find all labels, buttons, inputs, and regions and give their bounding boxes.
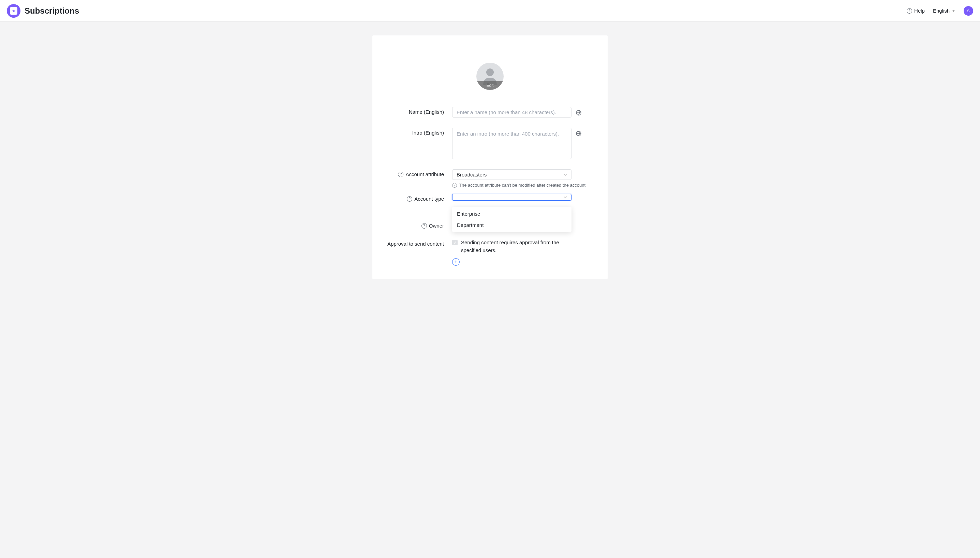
chevron-down-icon <box>564 196 567 198</box>
approval-checkbox-label: Sending content requires approval from t… <box>461 239 573 254</box>
caret-down-icon: ▼ <box>952 9 955 13</box>
avatar-edit-label: Edit <box>487 83 494 88</box>
owner-label: Owner <box>429 223 444 228</box>
account-attribute-row: ? Account attribute Broadcasters i The a… <box>386 169 594 188</box>
avatar-letter: S <box>967 9 969 13</box>
header: ★ Subscriptions ? Help English ▼ S <box>0 0 980 22</box>
account-type-dropdown: Enterprise Department <box>452 207 572 232</box>
account-attribute-helper: i The account attribute can't be modifie… <box>452 182 594 188</box>
help-icon[interactable]: ? <box>398 172 404 177</box>
user-avatar[interactable]: S <box>964 6 973 16</box>
app-logo: ★ <box>7 4 20 18</box>
globe-icon[interactable] <box>576 110 582 116</box>
intro-row: Intro (English) <box>386 128 594 159</box>
account-attribute-input-col: Broadcasters i The account attribute can… <box>452 169 594 188</box>
logo-inner: ★ <box>10 7 17 15</box>
approval-row: Approval to send content ✓ Sending conte… <box>386 239 594 266</box>
approval-input-col: ✓ Sending content requires approval from… <box>452 239 594 266</box>
language-label: English <box>933 8 950 14</box>
page-title: Subscriptions <box>25 6 79 16</box>
account-type-select[interactable] <box>452 194 572 201</box>
helper-text: The account attribute can't be modified … <box>459 182 585 188</box>
check-icon: ✓ <box>453 241 456 245</box>
owner-label-col: ? Owner <box>386 221 444 228</box>
intro-textarea[interactable] <box>452 128 572 159</box>
account-attribute-select[interactable]: Broadcasters <box>452 169 572 180</box>
info-icon: i <box>452 183 457 188</box>
add-approver-button[interactable]: + <box>452 258 460 266</box>
language-selector[interactable]: English ▼ <box>933 8 955 14</box>
chevron-down-icon <box>564 174 567 176</box>
help-link[interactable]: ? Help <box>907 8 925 14</box>
help-icon[interactable]: ? <box>407 196 412 202</box>
approval-checkbox[interactable]: ✓ <box>452 240 458 245</box>
help-icon: ? <box>907 8 912 14</box>
content: Edit Name (English) Intro (English) <box>0 22 980 293</box>
name-input-col <box>452 107 594 118</box>
globe-icon[interactable] <box>576 130 582 136</box>
account-attribute-label-col: ? Account attribute <box>386 169 444 177</box>
profile-avatar-uploader[interactable]: Edit <box>476 63 504 90</box>
help-label: Help <box>914 8 925 14</box>
account-type-row: ? Account type Enterprise Department <box>386 194 594 202</box>
intro-label: Intro (English) <box>386 128 444 136</box>
dropdown-option-department[interactable]: Department <box>452 219 572 231</box>
account-attribute-label: Account attribute <box>405 171 444 177</box>
help-icon[interactable]: ? <box>422 223 427 228</box>
form-card: Edit Name (English) Intro (English) <box>372 35 608 279</box>
intro-input-col <box>452 128 594 159</box>
dropdown-option-enterprise[interactable]: Enterprise <box>452 208 572 219</box>
account-type-label-col: ? Account type <box>386 194 444 202</box>
account-type-input-col: Enterprise Department <box>452 194 594 201</box>
star-icon: ★ <box>12 8 16 13</box>
name-row: Name (English) <box>386 107 594 118</box>
account-attribute-value: Broadcasters <box>456 172 487 177</box>
avatar-edit-overlay: Edit <box>476 81 504 90</box>
header-right: ? Help English ▼ S <box>907 6 973 16</box>
svg-point-0 <box>486 69 494 76</box>
header-left: ★ Subscriptions <box>7 4 79 18</box>
name-input[interactable] <box>452 107 572 118</box>
name-label: Name (English) <box>386 107 444 115</box>
approval-label: Approval to send content <box>386 239 444 247</box>
approval-checkbox-row: ✓ Sending content requires approval from… <box>452 239 594 254</box>
account-type-label: Account type <box>414 196 444 202</box>
